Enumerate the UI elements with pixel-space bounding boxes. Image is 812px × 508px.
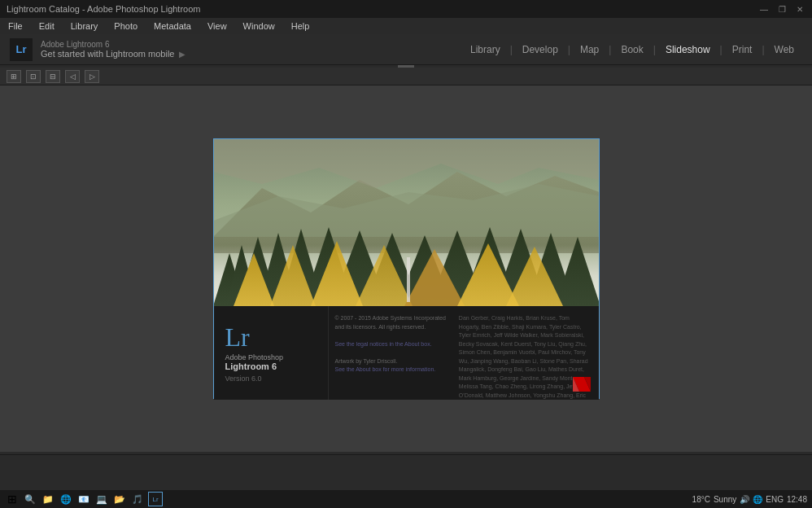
content-center: Lr Adobe Photoshop Lightroom 6 Version 6… [0, 85, 812, 452]
taskbar-icon-2[interactable]: 🌐 [59, 492, 73, 506]
splash-adobe-text: Adobe Photoshop [225, 353, 317, 361]
tab-print[interactable]: Print [724, 41, 761, 59]
menu-edit[interactable]: Edit [36, 21, 58, 31]
module-tabs: Library | Develop | Map | Book | Slidesh… [462, 41, 802, 59]
title-bar-left: Lightroom Catalog - Adobe Photoshop Ligh… [7, 4, 201, 14]
menu-file[interactable]: File [5, 21, 26, 31]
system-tray: 18°C Sunny 🔊 🌐 ENG 12:48 [692, 495, 807, 504]
tab-sep-1: | [510, 44, 513, 55]
splash-product: Lightroom 6 [225, 361, 317, 371]
minimize-button[interactable]: — [758, 3, 770, 15]
menu-bar: File Edit Library Photo Metadata View Wi… [0, 18, 812, 34]
content-toolbar: ⊞ ⊡ ⊟ ◁ ▷ [0, 68, 812, 85]
splash-bottom: Lr Adobe Photoshop Lightroom 6 Version 6… [214, 306, 599, 400]
subtitle-arrow: ▶ [179, 50, 186, 59]
tray-temp: 18°C [692, 495, 710, 504]
copyright-line1: © 2007 - 2015 Adobe Systems Incorporated [335, 314, 446, 323]
restore-button[interactable]: ❐ [776, 3, 788, 15]
identity-left: Lr Adobe Lightroom 6 Get started with Li… [10, 38, 186, 61]
taskbar-icon-5[interactable]: 📂 [112, 492, 127, 506]
legal-link[interactable]: See the legal notices in the About box. [335, 340, 446, 349]
splash-screen[interactable]: Lr Adobe Photoshop Lightroom 6 Version 6… [213, 138, 600, 399]
tab-library[interactable]: Library [462, 41, 509, 59]
taskbar-left: ⊞ 🔍 📁 🌐 📧 💻 📂 🎵 Lr [5, 492, 163, 506]
adobe-logo [573, 377, 591, 392]
tray-volume-icon[interactable]: 🔊 [740, 495, 749, 504]
taskbar-icon-6[interactable]: 🎵 [130, 492, 145, 506]
splash-version: Version 6.0 [225, 374, 317, 383]
tab-sep-6: | [762, 44, 764, 55]
tab-slideshow[interactable]: Slideshow [657, 41, 718, 59]
menu-help[interactable]: Help [288, 21, 313, 31]
toolbar-loupe-btn[interactable]: ⊡ [26, 70, 41, 83]
taskbar: ⊞ 🔍 📁 🌐 📧 💻 📂 🎵 Lr 18°C Sunny 🔊 🌐 ENG 12… [0, 490, 812, 508]
splash-logo-area: Lr Adobe Photoshop Lightroom 6 Version 6… [214, 306, 328, 400]
splash-photo [214, 139, 599, 306]
taskbar-icon-1[interactable]: 📁 [41, 492, 55, 506]
menu-photo[interactable]: Photo [111, 21, 141, 31]
toolbar-next-btn[interactable]: ▷ [85, 70, 99, 83]
taskbar-icon-lr[interactable]: Lr [148, 492, 163, 506]
title-bar-text: Lightroom Catalog - Adobe Photoshop Ligh… [7, 4, 201, 14]
top-scroll-indicator [398, 65, 414, 68]
title-bar: Lightroom Catalog - Adobe Photoshop Ligh… [0, 0, 812, 18]
tab-sep-4: | [653, 44, 656, 55]
toolbar-grid-btn[interactable]: ⊞ [7, 70, 21, 83]
forest-scene [214, 139, 599, 306]
identity-title: Adobe Lightroom 6 [41, 40, 186, 49]
toolbar-compare-btn[interactable]: ⊟ [46, 70, 60, 83]
about-link[interactable]: See the About box for more information. [335, 366, 446, 374]
toolbar-prev-btn[interactable]: ◁ [65, 70, 80, 83]
tray-weather: Sunny [714, 495, 736, 504]
copyright-line2: and its licensors. All rights reserved. [335, 323, 446, 332]
taskbar-icon-4[interactable]: 💻 [94, 492, 109, 506]
svg-rect-25 [407, 257, 410, 302]
taskbar-right: 18°C Sunny 🔊 🌐 ENG 12:48 [692, 495, 807, 504]
main-area: Lr Adobe Photoshop Lightroom 6 Version 6… [0, 85, 812, 452]
menu-library[interactable]: Library [68, 21, 102, 31]
tab-book[interactable]: Book [613, 41, 651, 59]
taskbar-icon-3[interactable]: 📧 [76, 492, 91, 506]
lr-logo: Lr [10, 38, 33, 61]
tab-map[interactable]: Map [572, 41, 607, 59]
search-taskbar-button[interactable]: 🔍 [23, 492, 37, 506]
tab-web[interactable]: Web [766, 41, 802, 59]
tab-develop[interactable]: Develop [514, 41, 566, 59]
menu-metadata[interactable]: Metadata [151, 21, 194, 31]
menu-view[interactable]: View [204, 21, 230, 31]
tab-sep-5: | [720, 44, 723, 55]
menu-window[interactable]: Window [240, 21, 278, 31]
credits-text: Dan Gerber, Craig Harkis, Brian Kruse, T… [459, 315, 588, 400]
identity-subtitle[interactable]: Get started with Lightroom mobile ▶ [41, 49, 186, 59]
tray-network-icon[interactable]: 🌐 [753, 495, 762, 504]
start-button[interactable]: ⊞ [5, 492, 20, 506]
window-controls: — ❐ ✕ [758, 3, 805, 15]
tray-language: ENG [766, 495, 784, 504]
identity-text: Adobe Lightroom 6 Get started with Light… [41, 40, 186, 59]
adobe-logo-svg [573, 377, 591, 392]
tab-sep-2: | [568, 44, 570, 55]
artwork-credit: Artwork by Tyler Driscoll. [335, 357, 446, 366]
tab-sep-3: | [609, 44, 611, 55]
tray-time: 12:48 [787, 495, 807, 504]
subtitle-text: Get started with Lightroom mobile [41, 49, 174, 59]
lr-big-logo: Lr [225, 324, 317, 350]
close-button[interactable]: ✕ [794, 3, 805, 15]
splash-copyright: © 2007 - 2015 Adobe Systems Incorporated… [328, 306, 452, 400]
identity-bar: Lr Adobe Lightroom 6 Get started with Li… [0, 34, 812, 65]
